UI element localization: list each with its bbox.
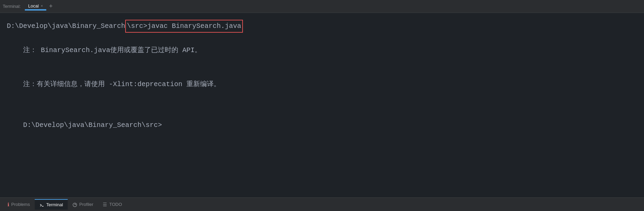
problems-icon: ℹ xyxy=(7,202,9,207)
terminal-tab-label: Terminal xyxy=(46,202,63,207)
terminal-note1: 注： BinarySearch.java使用或覆盖了已过时的 API。 xyxy=(7,34,637,67)
tab-add-button[interactable]: + xyxy=(48,3,54,10)
terminal-note2: 注：有关详细信息，请使用 -Xlint:deprecation 重新编译。 xyxy=(7,68,637,101)
tab-close-icon[interactable]: × xyxy=(41,4,43,8)
terminal-icon xyxy=(39,202,44,207)
terminal-body: D:\Develop\java\Binary_Search\src>javac … xyxy=(0,13,644,197)
todo-label: TODO xyxy=(109,202,122,207)
tab-bar: Terminal: Local × + xyxy=(0,0,644,13)
bottom-tab-terminal[interactable]: Terminal xyxy=(35,199,68,209)
terminal-label: Terminal: xyxy=(3,4,23,9)
bottom-tab-profiler[interactable]: Profiler xyxy=(68,199,98,209)
profiler-icon xyxy=(72,201,77,207)
tab-local[interactable]: Local × xyxy=(25,2,47,11)
todo-icon: ☰ xyxy=(103,202,107,207)
problems-label: Problems xyxy=(11,202,30,207)
path-highlighted: \src>javac BinarySearch.java xyxy=(125,20,243,33)
bottom-tab-todo[interactable]: ☰ TODO xyxy=(98,200,127,209)
terminal-prompt: D:\Develop\java\Binary_Search\src> xyxy=(7,109,637,142)
terminal-command-line: D:\Develop\java\Binary_Search\src>javac … xyxy=(7,20,637,33)
bottom-bar: ℹ Problems Terminal Profiler ☰ TODO xyxy=(0,197,644,211)
profiler-label: Profiler xyxy=(79,202,93,207)
path-normal: D:\Develop\java\Binary_Search xyxy=(7,21,125,32)
tab-local-label: Local xyxy=(28,3,39,9)
bottom-tab-problems[interactable]: ℹ Problems xyxy=(3,200,35,209)
